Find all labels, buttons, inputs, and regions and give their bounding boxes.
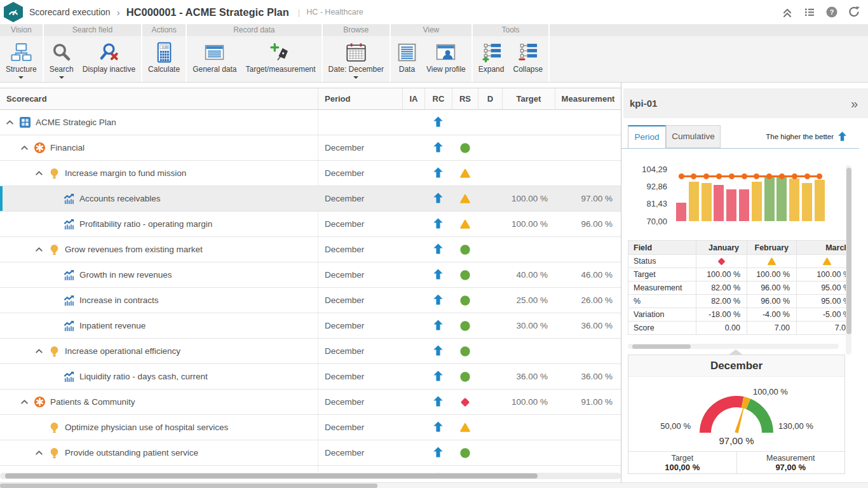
measurement-cell [555,415,621,440]
tab-cumulative[interactable]: Cumulative [666,125,721,148]
table-row-increase-margin-to-fund-mission[interactable]: Increase margin to fund missionDecember [0,161,621,186]
target-cell [502,339,555,363]
rs-cell [452,161,478,186]
rs-cell [452,288,478,313]
panel-vertical-scrollbar-thumb[interactable] [846,168,851,334]
table-row-profitability-ratio-operating-margin[interactable]: Profitability ratio - operating marginDe… [0,212,621,237]
table-row-grow-revenues-from-existing-market[interactable]: Grow revenues from existing marketDecemb… [0,237,621,262]
rs-cell [452,135,478,160]
ribbon-button-general-data[interactable]: General data [188,41,241,74]
ribbon-button-target-measurement[interactable]: Target/measurement [241,41,320,74]
field-value: 82.00 % [696,281,747,295]
table-row-accounts-receivables[interactable]: Accounts receivablesDecember100.00 %97.0… [0,186,621,212]
field-table-column-field: Field [628,241,696,255]
ribbon-group-label: View [391,24,471,36]
ribbon-button-expand[interactable]: Expand [474,41,509,74]
refresh-icon[interactable] [848,6,860,18]
rc-cell [424,440,452,465]
y-tick-label: 92,86 [646,182,667,191]
column-header-target[interactable]: Target [502,88,555,109]
rs-cell [452,313,478,338]
scorecard-icon [19,116,31,128]
expand-caret-icon[interactable] [20,397,29,407]
app-logo[interactable] [4,2,23,22]
table-row-financial[interactable]: FinancialDecember [0,135,621,161]
table-row-inpatient-revenue[interactable]: Inpatient revenueDecember30.00 %36.00 % [0,313,621,339]
ribbon-button-data[interactable]: Data [392,41,422,74]
ribbon-button-calculate[interactable]: 0,00Calculate [144,41,184,74]
table-row-liquidity-ratio-days-cash-current[interactable]: Liquidity ratio - days cash, currentDece… [0,364,621,390]
column-header-period[interactable]: Period [318,88,402,109]
field-table-column-february: February [747,241,797,255]
field-table-column-march: March [797,241,846,255]
field-value: 100.00 % [797,268,846,281]
ia-cell [402,288,424,313]
expand-caret-icon[interactable] [20,143,29,152]
ribbon-group-tools: ToolsExpandCollapse [473,24,548,82]
perspective-icon [34,396,46,408]
ribbon-button-search[interactable]: Search [45,41,78,79]
expand-caret-icon[interactable] [34,346,44,356]
row-label: Optimize physician use of hospital servi… [65,423,228,432]
column-header-rs[interactable]: RS [452,88,478,109]
table-row-optimize-physician-use-of-hospital-services[interactable]: Optimize physician use of hospital servi… [0,415,621,440]
expand-caret-icon[interactable] [34,245,44,254]
ribbon-button-date-december[interactable]: Date: December [324,41,388,79]
page-horizontal-scrollbar-thumb[interactable] [0,484,377,488]
help-icon[interactable]: ? [825,6,838,18]
measurement-cell [555,161,621,186]
up-arrow-icon [432,243,444,257]
svg-text:0,00: 0,00 [162,45,168,48]
up-arrow-icon [432,268,444,282]
column-header-scorecard[interactable]: Scorecard [0,88,318,109]
panel-collapse-icon[interactable]: » [851,97,858,110]
expand-caret-icon[interactable] [34,168,44,178]
expand-caret-icon[interactable] [34,448,44,458]
measurement-cell: 91.00 % [555,390,621,414]
column-header-measurement[interactable]: Measurement [555,88,621,109]
table-row-growth-in-new-revenues[interactable]: Growth in new revenuesDecember40.00 %46.… [0,262,621,288]
target-line-dot [779,173,785,179]
up-arrow-icon [432,446,444,460]
rc-cell [424,364,452,389]
kpi-panel-title: kpi-01 [630,98,657,109]
ribbon-button-view-profile[interactable]: View profile [422,41,470,74]
d-cell [478,288,502,313]
ribbon-button-display-inactive[interactable]: Display inactive [78,41,140,74]
table-row-increase-in-contracts[interactable]: Increase in contractsDecember25.00 %26.0… [0,288,621,313]
list-icon[interactable] [803,6,816,18]
up-arrow-icon [432,116,444,130]
row-label: Provide outstanding patient service [65,448,198,458]
chart-bar [764,175,775,221]
search-icon [51,41,72,64]
table-row-acme-strategic-plan[interactable]: ACME Strategic Plan [0,110,621,135]
measurement-cell [555,135,621,160]
ribbon-button-collapse[interactable]: Collapse [508,41,547,74]
table-row-provide-outstanding-patient-service[interactable]: Provide outstanding patient serviceDecem… [0,440,621,466]
tab-period[interactable]: Period [628,125,666,148]
rc-cell [424,313,452,338]
table-row-patients-community[interactable]: Patients & CommunityDecember100.00 %91.0… [0,390,621,415]
table-horizontal-scrollbar-thumb[interactable] [5,473,538,478]
gauge-footer-measurement-label: Measurement [737,454,845,463]
d-cell [478,110,502,135]
measurement-cell: 96.00 % [555,212,621,236]
ia-cell [402,390,424,414]
y-tick-label: 70,00 [646,217,667,226]
column-header-ia[interactable]: IA [402,88,424,109]
measurement-cell [555,110,621,135]
collapse-all-icon[interactable] [781,6,794,18]
period-cell: December [318,415,402,440]
column-header-rc[interactable]: RC [424,88,452,109]
topbar-actions: ? [781,0,860,24]
breadcrumb-module[interactable]: Scorecard execution [29,7,111,17]
table-row-increase-operational-efficiency[interactable]: Increase operational efficiencyDecember [0,339,621,364]
ribbon-button-structure[interactable]: Structure [1,41,41,79]
expand-caret-icon[interactable] [5,118,15,127]
field-table-scrollbar-thumb[interactable] [632,344,691,349]
row-label: Increase operational efficiency [65,346,180,356]
field-value: -4.00 % [747,308,797,322]
ribbon: VisionStructureSearch fieldSearchDisplay… [0,24,868,83]
column-header-d[interactable]: D [478,88,502,109]
ribbon-group-browse: BrowseDate: December [323,24,390,82]
